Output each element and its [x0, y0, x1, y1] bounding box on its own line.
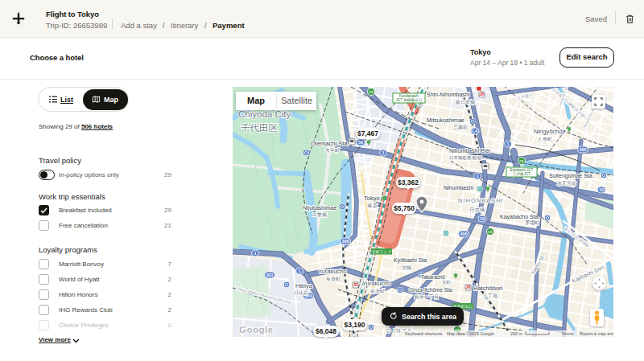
svg-text:人形町: 人形町: [537, 136, 552, 142]
svg-text:Suitengūmae Sta.: Suitengūmae Sta.: [549, 173, 594, 179]
svg-text:東京: 東京: [367, 203, 378, 208]
svg-text:Otemachi Sta.: Otemachi Sta.: [311, 140, 349, 147]
svg-text:Takarachō: Takarachō: [421, 274, 445, 280]
svg-text:NIHONBASHI: NIHONBASHI: [458, 197, 504, 204]
svg-text:301: 301: [266, 273, 274, 277]
svg-text:宝町: 宝町: [442, 280, 452, 285]
svg-text:有楽町: 有楽町: [369, 288, 385, 293]
svg-text:50: 50: [358, 140, 363, 145]
svg-text:三越前: 三越前: [453, 125, 468, 130]
svg-text:1: 1: [477, 174, 479, 178]
svg-text:306: 306: [342, 239, 349, 244]
svg-text:水天宮前: 水天宮前: [557, 180, 576, 187]
svg-text:Terms: Terms: [562, 331, 574, 336]
svg-text:Edobashi JCT: Edobashi JCT: [510, 168, 534, 172]
svg-text:新日本橋: 新日本橋: [456, 99, 475, 105]
svg-text:八丁堀: 八丁堀: [483, 293, 497, 298]
svg-text:Yurakucho: Yurakucho: [318, 268, 346, 275]
svg-text:406: 406: [460, 232, 468, 236]
svg-text:二重橋: 二重橋: [312, 211, 327, 217]
svg-text:1: 1: [299, 269, 301, 273]
svg-text:大手町: 大手町: [325, 147, 340, 153]
svg-text:200 m: 200 m: [510, 331, 522, 336]
svg-text:日本橋船着場(箱...: 日本橋船着場(箱...: [449, 155, 485, 161]
svg-text:Kandabashi: Kandabashi: [399, 94, 419, 98]
svg-text:1: 1: [254, 251, 257, 256]
svg-text:L4: L4: [473, 129, 477, 133]
svg-text:Chiyoda City: Chiyoda City: [238, 109, 291, 119]
svg-text:京橋: 京橋: [402, 265, 411, 270]
svg-text:Nijubashimae: Nijubashimae: [303, 205, 337, 211]
svg-text:Hibiya: Hibiya: [295, 282, 313, 289]
svg-text:Mitsukoshimae: Mitsukoshimae: [427, 117, 464, 123]
svg-text:Ningyōchō: Ningyōchō: [534, 128, 562, 135]
svg-text:Yurakucho: Yurakucho: [362, 280, 390, 287]
svg-text:銀座一丁目: 銀座一丁目: [415, 293, 439, 300]
svg-text:Tokyo: Tokyo: [364, 195, 380, 202]
svg-text:Report a map error: Report a map error: [580, 331, 613, 336]
svg-text:JR: JR: [353, 283, 359, 287]
svg-text:Map data ©2025 Google: Map data ©2025 Google: [447, 331, 494, 336]
svg-text:Google: Google: [239, 325, 274, 334]
svg-text:JR: JR: [480, 92, 485, 96]
svg-text:C1: C1: [519, 159, 524, 163]
svg-text:Nihombashi Pier: Nihombashi Pier: [449, 148, 491, 154]
svg-text:405: 405: [580, 147, 587, 152]
svg-text:宝町ランプ: 宝町ランプ: [372, 249, 391, 254]
svg-text:10: 10: [480, 216, 485, 221]
svg-text:Nihombashi: Nihombashi: [444, 185, 473, 191]
svg-text:Ginza-itchōme Sta.: Ginza-itchōme Sta.: [409, 287, 453, 293]
svg-text:C1: C1: [488, 230, 493, 234]
svg-text:1: 1: [382, 150, 385, 155]
svg-text:Kayabacho Sta.: Kayabacho Sta.: [500, 214, 539, 220]
svg-text:10: 10: [599, 187, 604, 192]
svg-text:Shin-Nihombashi: Shin-Nihombashi: [427, 92, 470, 97]
svg-text:江戸橋JCT: 江戸橋JCT: [513, 172, 530, 176]
svg-text:1: 1: [507, 142, 510, 146]
svg-text:JR: JR: [466, 285, 472, 289]
svg-text:日比谷: 日比谷: [294, 290, 308, 296]
svg-text:有楽町: 有楽町: [325, 276, 341, 281]
svg-text:日本橋: 日本橋: [469, 207, 485, 212]
svg-text:C1: C1: [369, 90, 374, 94]
svg-text:千代田区: 千代田区: [241, 123, 279, 133]
svg-text:茅場町: 茅場町: [525, 219, 539, 226]
svg-text:Kyōbashi Sta: Kyōbashi Sta: [394, 257, 427, 264]
svg-text:Hatchōbori: Hatchōbori: [473, 285, 503, 292]
svg-text:Keyboard shortcuts: Keyboard shortcuts: [405, 331, 443, 336]
